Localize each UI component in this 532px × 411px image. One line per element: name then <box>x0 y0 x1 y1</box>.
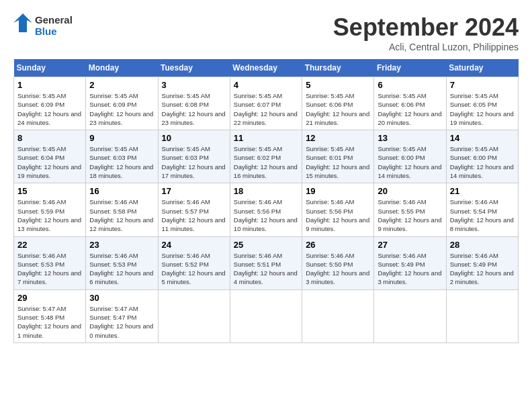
day-info: Sunrise: 5:47 AMSunset: 5:48 PMDaylight:… <box>17 304 82 340</box>
header-friday: Friday <box>374 59 446 77</box>
day-number: 7 <box>450 80 515 90</box>
day-info: Sunrise: 5:46 AMSunset: 5:50 PMDaylight:… <box>306 251 370 287</box>
day-info: Sunrise: 5:45 AMSunset: 6:04 PMDaylight:… <box>17 144 82 180</box>
day-info: Sunrise: 5:46 AMSunset: 5:51 PMDaylight:… <box>234 251 298 287</box>
table-cell <box>374 289 446 342</box>
week-row-2: 8Sunrise: 5:45 AMSunset: 6:04 PMDaylight… <box>14 130 519 183</box>
table-cell: 3Sunrise: 5:45 AMSunset: 6:08 PMDaylight… <box>158 77 230 130</box>
day-info: Sunrise: 5:45 AMSunset: 6:02 PMDaylight:… <box>234 144 298 180</box>
day-number: 30 <box>89 293 154 303</box>
day-info: Sunrise: 5:45 AMSunset: 6:06 PMDaylight:… <box>378 91 442 127</box>
table-cell: 28Sunrise: 5:46 AMSunset: 5:49 PMDayligh… <box>446 236 518 289</box>
day-info: Sunrise: 5:45 AMSunset: 6:00 PMDaylight:… <box>450 144 515 180</box>
table-cell: 27Sunrise: 5:46 AMSunset: 5:49 PMDayligh… <box>374 236 446 289</box>
day-info: Sunrise: 5:46 AMSunset: 5:56 PMDaylight:… <box>234 197 298 233</box>
table-cell: 6Sunrise: 5:45 AMSunset: 6:06 PMDaylight… <box>374 77 446 130</box>
day-number: 20 <box>378 186 442 196</box>
table-cell: 12Sunrise: 5:45 AMSunset: 6:01 PMDayligh… <box>302 130 374 183</box>
day-info: Sunrise: 5:46 AMSunset: 5:57 PMDaylight:… <box>162 197 226 233</box>
logo: General Blue <box>13 13 73 38</box>
day-info: Sunrise: 5:46 AMSunset: 5:52 PMDaylight:… <box>162 251 226 287</box>
day-number: 12 <box>306 133 370 143</box>
day-info: Sunrise: 5:46 AMSunset: 5:53 PMDaylight:… <box>89 251 154 287</box>
table-cell <box>446 289 518 342</box>
table-cell: 24Sunrise: 5:46 AMSunset: 5:52 PMDayligh… <box>158 236 230 289</box>
day-info: Sunrise: 5:45 AMSunset: 6:09 PMDaylight:… <box>89 91 154 127</box>
header-monday: Monday <box>86 59 158 77</box>
day-number: 6 <box>378 80 442 90</box>
header-thursday: Thursday <box>302 59 374 77</box>
table-cell: 5Sunrise: 5:45 AMSunset: 6:06 PMDaylight… <box>302 77 374 130</box>
day-number: 23 <box>89 240 154 250</box>
day-number: 4 <box>234 80 298 90</box>
table-cell: 8Sunrise: 5:45 AMSunset: 6:04 PMDaylight… <box>14 130 86 183</box>
day-number: 24 <box>162 240 226 250</box>
table-cell: 22Sunrise: 5:46 AMSunset: 5:53 PMDayligh… <box>14 236 86 289</box>
logo-blue: Blue <box>35 26 73 37</box>
calendar-header-row: Sunday Monday Tuesday Wednesday Thursday… <box>14 59 519 77</box>
day-number: 10 <box>162 133 226 143</box>
day-info: Sunrise: 5:46 AMSunset: 5:56 PMDaylight:… <box>306 197 370 233</box>
day-info: Sunrise: 5:46 AMSunset: 5:54 PMDaylight:… <box>450 197 515 233</box>
day-info: Sunrise: 5:46 AMSunset: 5:49 PMDaylight:… <box>450 251 515 287</box>
day-number: 29 <box>17 293 82 303</box>
day-info: Sunrise: 5:45 AMSunset: 6:03 PMDaylight:… <box>162 144 226 180</box>
day-info: Sunrise: 5:46 AMSunset: 5:53 PMDaylight:… <box>17 251 82 287</box>
day-number: 1 <box>17 80 82 90</box>
day-number: 8 <box>17 133 82 143</box>
day-number: 19 <box>306 186 370 196</box>
week-row-4: 22Sunrise: 5:46 AMSunset: 5:53 PMDayligh… <box>14 236 519 289</box>
day-number: 17 <box>162 186 226 196</box>
table-cell: 13Sunrise: 5:45 AMSunset: 6:00 PMDayligh… <box>374 130 446 183</box>
table-cell <box>158 289 230 342</box>
table-cell: 21Sunrise: 5:46 AMSunset: 5:54 PMDayligh… <box>446 183 518 236</box>
day-info: Sunrise: 5:45 AMSunset: 6:08 PMDaylight:… <box>162 91 226 127</box>
table-cell <box>302 289 374 342</box>
table-cell: 4Sunrise: 5:45 AMSunset: 6:07 PMDaylight… <box>230 77 302 130</box>
day-number: 25 <box>234 240 298 250</box>
title-area: September 2024 Acli, Central Luzon, Phil… <box>333 13 519 52</box>
day-number: 27 <box>378 240 442 250</box>
day-info: Sunrise: 5:46 AMSunset: 5:55 PMDaylight:… <box>378 197 442 233</box>
table-cell: 29Sunrise: 5:47 AMSunset: 5:48 PMDayligh… <box>14 289 86 342</box>
day-number: 2 <box>89 80 154 90</box>
table-cell <box>230 289 302 342</box>
day-info: Sunrise: 5:45 AMSunset: 6:01 PMDaylight:… <box>306 144 370 180</box>
header-tuesday: Tuesday <box>158 59 230 77</box>
week-row-5: 29Sunrise: 5:47 AMSunset: 5:48 PMDayligh… <box>14 289 519 342</box>
table-cell: 20Sunrise: 5:46 AMSunset: 5:55 PMDayligh… <box>374 183 446 236</box>
table-cell: 7Sunrise: 5:45 AMSunset: 6:05 PMDaylight… <box>446 77 518 130</box>
day-number: 21 <box>450 186 515 196</box>
day-number: 13 <box>378 133 442 143</box>
day-info: Sunrise: 5:46 AMSunset: 5:49 PMDaylight:… <box>378 251 442 287</box>
table-cell: 17Sunrise: 5:46 AMSunset: 5:57 PMDayligh… <box>158 183 230 236</box>
svg-marker-0 <box>13 13 32 32</box>
day-info: Sunrise: 5:45 AMSunset: 6:06 PMDaylight:… <box>306 91 370 127</box>
table-cell: 9Sunrise: 5:45 AMSunset: 6:03 PMDaylight… <box>86 130 158 183</box>
day-info: Sunrise: 5:45 AMSunset: 6:00 PMDaylight:… <box>378 144 442 180</box>
day-info: Sunrise: 5:46 AMSunset: 5:58 PMDaylight:… <box>89 197 154 233</box>
table-cell: 26Sunrise: 5:46 AMSunset: 5:50 PMDayligh… <box>302 236 374 289</box>
day-info: Sunrise: 5:45 AMSunset: 6:09 PMDaylight:… <box>17 91 82 127</box>
logo-general: General <box>35 14 73 26</box>
header-saturday: Saturday <box>446 59 518 77</box>
day-info: Sunrise: 5:47 AMSunset: 5:47 PMDaylight:… <box>89 304 154 340</box>
table-cell: 19Sunrise: 5:46 AMSunset: 5:56 PMDayligh… <box>302 183 374 236</box>
week-row-3: 15Sunrise: 5:46 AMSunset: 5:59 PMDayligh… <box>14 183 519 236</box>
header: General Blue September 2024 Acli, Centra… <box>13 13 519 52</box>
table-cell: 15Sunrise: 5:46 AMSunset: 5:59 PMDayligh… <box>14 183 86 236</box>
day-number: 16 <box>89 186 154 196</box>
day-number: 22 <box>17 240 82 250</box>
calendar-table: Sunday Monday Tuesday Wednesday Thursday… <box>13 59 519 343</box>
day-number: 5 <box>306 80 370 90</box>
day-number: 3 <box>162 80 226 90</box>
table-cell: 30Sunrise: 5:47 AMSunset: 5:47 PMDayligh… <box>86 289 158 342</box>
header-sunday: Sunday <box>14 59 86 77</box>
day-number: 9 <box>89 133 154 143</box>
day-number: 28 <box>450 240 515 250</box>
week-row-1: 1Sunrise: 5:45 AMSunset: 6:09 PMDaylight… <box>14 77 519 130</box>
location-title: Acli, Central Luzon, Philippines <box>333 42 519 52</box>
table-cell: 11Sunrise: 5:45 AMSunset: 6:02 PMDayligh… <box>230 130 302 183</box>
day-number: 18 <box>234 186 298 196</box>
day-number: 15 <box>17 186 82 196</box>
